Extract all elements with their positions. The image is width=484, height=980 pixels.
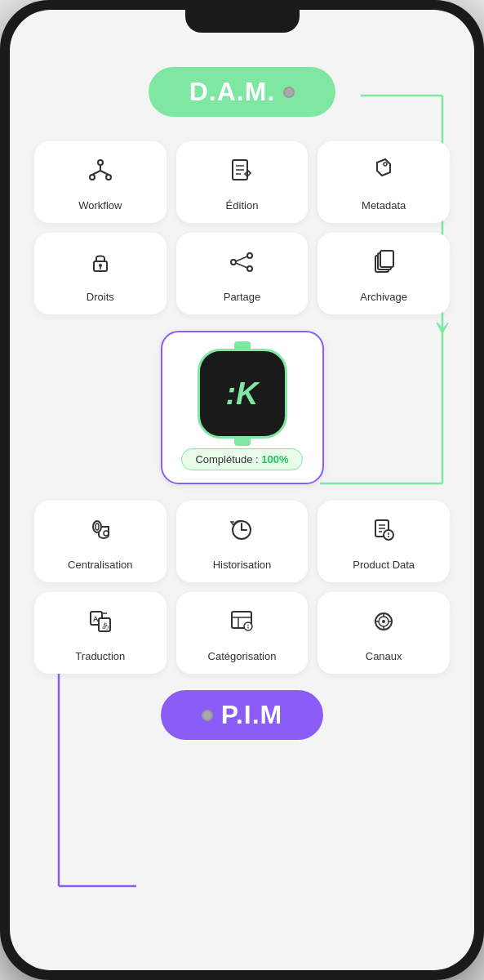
completude-text: Complétude : (195, 453, 261, 466)
svg-point-8 (90, 175, 95, 180)
notch (185, 10, 300, 33)
centralisation-label: Centralisation (68, 559, 133, 571)
svg-point-20 (99, 264, 102, 267)
partage-icon (227, 247, 256, 283)
pim-badge: P.I.M (161, 690, 324, 740)
pim-label: P.I.M (221, 700, 283, 730)
metadata-icon (369, 156, 398, 191)
svg-point-9 (106, 175, 111, 180)
product-card: :K Complétude : 100% (161, 331, 324, 484)
productdata-icon (369, 515, 398, 550)
svg-point-31 (95, 523, 99, 530)
categorisation-label: Catégorisation (208, 650, 277, 662)
canaux-icon (369, 607, 398, 642)
traduction-icon: A あ (86, 607, 115, 642)
product-row: :K Complétude : 100% (34, 314, 450, 501)
svg-point-18 (384, 163, 387, 166)
productdata-card[interactable]: Product Data (317, 501, 450, 582)
metadata-card[interactable]: Metadata (317, 141, 450, 223)
historisation-label: Historisation (213, 559, 272, 571)
svg-point-7 (98, 160, 103, 165)
svg-line-17 (248, 171, 251, 173)
svg-point-51 (248, 627, 250, 629)
svg-point-40 (388, 536, 389, 537)
partage-card[interactable]: Partage (176, 233, 309, 314)
svg-point-30 (93, 521, 101, 532)
svg-point-24 (247, 266, 252, 271)
svg-text:あ: あ (102, 621, 109, 630)
dam-dot (283, 87, 295, 98)
completude-value: 100% (261, 453, 288, 466)
workflow-card[interactable]: Workflow (34, 141, 167, 223)
dam-section: Workflow (34, 141, 450, 314)
droits-label: Droits (87, 291, 114, 303)
dam-label: D.A.M. (189, 77, 276, 107)
canaux-label: Canaux (366, 650, 402, 662)
svg-line-25 (236, 256, 247, 261)
pim-grid: Centralisation Historisation (34, 501, 450, 674)
phone-screen: D.A.M. (10, 10, 474, 970)
workflow-label: Workflow (78, 199, 122, 212)
dam-grid: Workflow (34, 141, 450, 314)
historisation-card[interactable]: Historisation (176, 501, 309, 582)
centralisation-card[interactable]: Centralisation (34, 501, 167, 582)
traduction-label: Traduction (75, 650, 125, 662)
dam-badge: D.A.M. (149, 67, 336, 117)
svg-line-26 (236, 263, 247, 268)
droits-icon (86, 247, 115, 283)
historisation-icon (227, 515, 256, 550)
traduction-card[interactable]: A あ Traduction (34, 592, 167, 674)
archivage-icon (369, 247, 398, 283)
svg-line-12 (100, 171, 109, 175)
svg-text:A: A (93, 615, 99, 623)
svg-point-22 (247, 253, 252, 258)
edition-icon (227, 156, 256, 191)
watch-image: :K (198, 349, 287, 439)
edition-label: Édition (226, 199, 259, 212)
productdata-label: Product Data (353, 559, 415, 571)
workflow-icon (86, 156, 115, 191)
phone-frame: D.A.M. (0, 0, 484, 980)
svg-point-54 (382, 620, 385, 623)
archivage-card[interactable]: Archivage (317, 233, 450, 314)
partage-label: Partage (224, 291, 261, 303)
centralisation-icon (86, 515, 115, 550)
pim-section: Centralisation Historisation (34, 501, 450, 674)
canaux-card[interactable]: Canaux (317, 592, 450, 674)
categorisation-icon (227, 607, 256, 642)
svg-rect-29 (380, 251, 393, 267)
droits-card[interactable]: Droits (34, 233, 167, 314)
metadata-label: Metadata (362, 199, 406, 212)
watch-brand: :K (225, 376, 258, 412)
svg-line-11 (92, 171, 100, 175)
edition-card[interactable]: Édition (176, 141, 309, 223)
completude-badge: Complétude : 100% (181, 448, 302, 470)
svg-point-23 (231, 260, 236, 265)
archivage-label: Archivage (360, 291, 407, 303)
screen-content: D.A.M. (10, 10, 474, 970)
pim-dot (202, 710, 213, 721)
categorisation-card[interactable]: Catégorisation (176, 592, 309, 674)
